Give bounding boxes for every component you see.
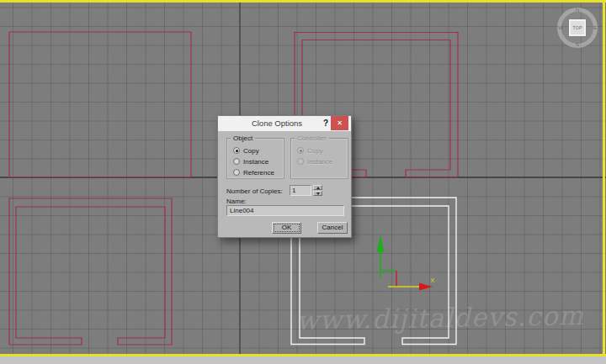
copies-row: Number of Copies: xyxy=(226,185,344,197)
copies-label: Number of Copies: xyxy=(226,187,283,195)
copies-input[interactable] xyxy=(290,185,311,196)
spinner-up-icon[interactable] xyxy=(313,185,322,190)
help-icon[interactable]: ? xyxy=(320,116,332,131)
clone-options-dialog: Clone Options ? ✕ Object Copy Instance R… xyxy=(217,115,352,238)
viewcube[interactable]: N S W E TOP xyxy=(557,8,598,48)
radio-controller-copy: Copy xyxy=(297,146,323,155)
object-groupbox: Object Copy Instance Reference xyxy=(226,138,284,179)
name-label: Name: xyxy=(226,198,247,205)
controller-group-label: Controller xyxy=(295,135,329,142)
radio-object-instance-label: Instance xyxy=(243,158,268,166)
spinner-down-icon[interactable] xyxy=(313,191,322,196)
radio-icon xyxy=(233,158,240,165)
viewport-active-border-right xyxy=(603,0,605,356)
gizmo-y-axis-arrowhead[interactable] xyxy=(377,235,385,252)
move-gizmo: Y X xyxy=(375,224,435,291)
radio-object-reference[interactable]: Reference xyxy=(233,168,274,177)
spline-rectangle-top-left[interactable] xyxy=(9,32,191,177)
dialog-title: Clone Options xyxy=(235,116,319,131)
gizmo-x-axis-label: X xyxy=(430,277,435,284)
dialog-body: Object Copy Instance Reference Controlle… xyxy=(218,131,351,239)
radio-icon xyxy=(297,147,304,154)
radio-controller-instance-label: Instance xyxy=(307,158,332,166)
viewcube-north-label: N xyxy=(576,8,579,13)
name-input[interactable] xyxy=(226,205,344,216)
radio-icon xyxy=(297,158,304,165)
radio-controller-instance: Instance xyxy=(297,157,332,166)
radio-object-reference-label: Reference xyxy=(243,169,274,177)
viewcube-south-label: S xyxy=(576,42,579,47)
viewcube-east-label: E xyxy=(593,25,597,30)
viewport-active-border-top xyxy=(0,0,606,3)
radio-object-copy[interactable]: Copy xyxy=(233,146,259,155)
controller-groupbox: Controller Copy Instance xyxy=(290,138,348,179)
viewcube-west-label: W xyxy=(558,25,563,30)
copies-spinner xyxy=(313,185,322,196)
radio-object-instance[interactable]: Instance xyxy=(233,157,268,166)
object-group-label: Object xyxy=(231,135,255,142)
cancel-button[interactable]: Cancel xyxy=(317,222,348,234)
ok-button[interactable]: OK xyxy=(272,222,301,234)
viewcube-top-face[interactable]: TOP xyxy=(569,19,586,36)
radio-icon xyxy=(233,147,240,154)
spline-wall-outline-bottom-left[interactable] xyxy=(9,198,172,345)
close-icon[interactable]: ✕ xyxy=(331,116,348,130)
dialog-titlebar[interactable]: Clone Options ? ✕ xyxy=(218,116,351,131)
viewport-active-border-bottom xyxy=(0,354,606,356)
radio-icon xyxy=(233,169,240,176)
radio-controller-copy-label: Copy xyxy=(307,147,323,155)
radio-object-copy-label: Copy xyxy=(243,147,259,155)
screenshot-root: Y X www.dijitaldevs.com N S W E TOP Clon… xyxy=(0,0,606,364)
gizmo-y-axis-label: Y xyxy=(375,224,380,232)
